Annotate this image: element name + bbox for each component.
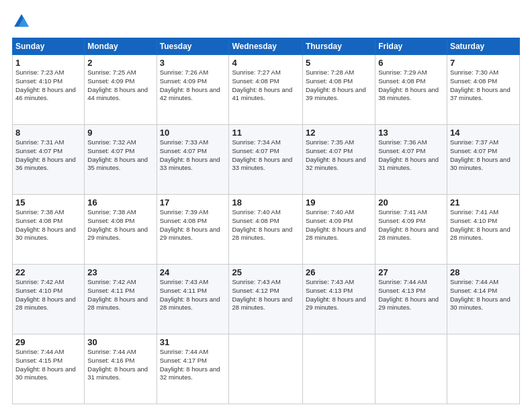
weekday-header-friday: Friday bbox=[375, 38, 447, 55]
day-info: Sunrise: 7:36 AMSunset: 4:07 PMDaylight:… bbox=[378, 138, 439, 171]
day-info: Sunrise: 7:41 AMSunset: 4:09 PMDaylight:… bbox=[378, 208, 439, 241]
calendar-cell: 11 Sunrise: 7:34 AMSunset: 4:07 PMDaylig… bbox=[229, 125, 302, 195]
calendar-cell: 31 Sunrise: 7:44 AMSunset: 4:17 PMDaylig… bbox=[157, 334, 229, 404]
calendar-cell bbox=[447, 334, 519, 404]
calendar-cell: 19 Sunrise: 7:40 AMSunset: 4:09 PMDaylig… bbox=[302, 195, 375, 265]
header bbox=[12, 12, 520, 31]
weekday-header-tuesday: Tuesday bbox=[157, 38, 229, 55]
calendar-cell: 17 Sunrise: 7:39 AMSunset: 4:08 PMDaylig… bbox=[157, 195, 229, 265]
day-info: Sunrise: 7:44 AMSunset: 4:17 PMDaylight:… bbox=[160, 348, 220, 381]
day-info: Sunrise: 7:40 AMSunset: 4:09 PMDaylight:… bbox=[306, 208, 366, 241]
calendar-cell: 25 Sunrise: 7:43 AMSunset: 4:12 PMDaylig… bbox=[229, 265, 302, 334]
day-info: Sunrise: 7:23 AMSunset: 4:10 PMDaylight:… bbox=[15, 68, 76, 101]
weekday-header-wednesday: Wednesday bbox=[229, 38, 302, 55]
day-info: Sunrise: 7:33 AMSunset: 4:07 PMDaylight:… bbox=[160, 138, 220, 171]
day-info: Sunrise: 7:44 AMSunset: 4:14 PMDaylight:… bbox=[450, 278, 511, 311]
day-number: 22 bbox=[15, 267, 81, 277]
calendar-cell: 13 Sunrise: 7:36 AMSunset: 4:07 PMDaylig… bbox=[375, 125, 447, 195]
day-number: 18 bbox=[232, 197, 299, 208]
day-number: 16 bbox=[87, 197, 153, 208]
day-number: 14 bbox=[450, 128, 517, 138]
calendar-cell: 3 Sunrise: 7:26 AMSunset: 4:09 PMDayligh… bbox=[157, 55, 229, 125]
calendar-cell bbox=[375, 334, 447, 404]
day-info: Sunrise: 7:44 AMSunset: 4:16 PMDaylight:… bbox=[87, 348, 148, 381]
day-info: Sunrise: 7:44 AMSunset: 4:13 PMDaylight:… bbox=[378, 278, 439, 311]
calendar: SundayMondayTuesdayWednesdayThursdayFrid… bbox=[12, 38, 520, 404]
day-info: Sunrise: 7:41 AMSunset: 4:10 PMDaylight:… bbox=[450, 208, 511, 241]
day-info: Sunrise: 7:38 AMSunset: 4:08 PMDaylight:… bbox=[87, 208, 148, 241]
day-number: 21 bbox=[450, 197, 517, 208]
page: SundayMondayTuesdayWednesdayThursdayFrid… bbox=[0, 0, 532, 411]
day-number: 8 bbox=[15, 128, 81, 138]
calendar-cell: 22 Sunrise: 7:42 AMSunset: 4:10 PMDaylig… bbox=[13, 265, 85, 334]
calendar-cell: 24 Sunrise: 7:43 AMSunset: 4:11 PMDaylig… bbox=[157, 265, 229, 334]
calendar-cell: 26 Sunrise: 7:43 AMSunset: 4:13 PMDaylig… bbox=[302, 265, 375, 334]
calendar-cell: 15 Sunrise: 7:38 AMSunset: 4:08 PMDaylig… bbox=[13, 195, 85, 265]
day-info: Sunrise: 7:42 AMSunset: 4:11 PMDaylight:… bbox=[87, 278, 148, 311]
day-number: 27 bbox=[378, 267, 444, 277]
day-info: Sunrise: 7:28 AMSunset: 4:08 PMDaylight:… bbox=[306, 68, 366, 101]
week-row-1: 1 Sunrise: 7:23 AMSunset: 4:10 PMDayligh… bbox=[13, 55, 520, 125]
day-info: Sunrise: 7:42 AMSunset: 4:10 PMDaylight:… bbox=[15, 278, 76, 311]
calendar-cell: 30 Sunrise: 7:44 AMSunset: 4:16 PMDaylig… bbox=[85, 334, 157, 404]
day-number: 15 bbox=[15, 197, 81, 208]
calendar-cell: 10 Sunrise: 7:33 AMSunset: 4:07 PMDaylig… bbox=[157, 125, 229, 195]
calendar-cell: 14 Sunrise: 7:37 AMSunset: 4:07 PMDaylig… bbox=[447, 125, 519, 195]
calendar-cell: 28 Sunrise: 7:44 AMSunset: 4:14 PMDaylig… bbox=[447, 265, 519, 334]
calendar-cell: 29 Sunrise: 7:44 AMSunset: 4:15 PMDaylig… bbox=[13, 334, 85, 404]
day-number: 6 bbox=[378, 58, 444, 68]
calendar-cell: 2 Sunrise: 7:25 AMSunset: 4:09 PMDayligh… bbox=[85, 55, 157, 125]
weekday-header-monday: Monday bbox=[85, 38, 157, 55]
day-number: 23 bbox=[87, 267, 153, 277]
logo bbox=[12, 12, 34, 31]
day-info: Sunrise: 7:25 AMSunset: 4:09 PMDaylight:… bbox=[87, 68, 148, 101]
day-number: 30 bbox=[87, 337, 153, 347]
calendar-cell: 23 Sunrise: 7:42 AMSunset: 4:11 PMDaylig… bbox=[85, 265, 157, 334]
day-number: 24 bbox=[160, 267, 226, 277]
week-row-4: 22 Sunrise: 7:42 AMSunset: 4:10 PMDaylig… bbox=[13, 265, 520, 334]
weekday-header-sunday: Sunday bbox=[13, 38, 85, 55]
day-number: 10 bbox=[160, 128, 226, 138]
calendar-cell: 6 Sunrise: 7:29 AMSunset: 4:08 PMDayligh… bbox=[375, 55, 447, 125]
day-number: 2 bbox=[87, 58, 153, 68]
day-number: 11 bbox=[232, 128, 299, 138]
day-info: Sunrise: 7:34 AMSunset: 4:07 PMDaylight:… bbox=[232, 138, 292, 171]
weekday-header-saturday: Saturday bbox=[447, 38, 519, 55]
week-row-2: 8 Sunrise: 7:31 AMSunset: 4:07 PMDayligh… bbox=[13, 125, 520, 195]
day-info: Sunrise: 7:26 AMSunset: 4:09 PMDaylight:… bbox=[160, 68, 220, 101]
day-number: 9 bbox=[87, 128, 153, 138]
calendar-cell bbox=[302, 334, 375, 404]
calendar-cell bbox=[229, 334, 302, 404]
logo-icon bbox=[12, 12, 31, 31]
calendar-cell: 7 Sunrise: 7:30 AMSunset: 4:08 PMDayligh… bbox=[447, 55, 519, 125]
week-row-3: 15 Sunrise: 7:38 AMSunset: 4:08 PMDaylig… bbox=[13, 195, 520, 265]
day-number: 3 bbox=[160, 58, 226, 68]
week-row-5: 29 Sunrise: 7:44 AMSunset: 4:15 PMDaylig… bbox=[13, 334, 520, 404]
calendar-cell: 27 Sunrise: 7:44 AMSunset: 4:13 PMDaylig… bbox=[375, 265, 447, 334]
day-info: Sunrise: 7:38 AMSunset: 4:08 PMDaylight:… bbox=[15, 208, 76, 241]
day-info: Sunrise: 7:43 AMSunset: 4:11 PMDaylight:… bbox=[160, 278, 220, 311]
day-number: 19 bbox=[306, 197, 372, 208]
day-info: Sunrise: 7:27 AMSunset: 4:08 PMDaylight:… bbox=[232, 68, 292, 101]
day-info: Sunrise: 7:43 AMSunset: 4:13 PMDaylight:… bbox=[306, 278, 366, 311]
day-number: 12 bbox=[306, 128, 372, 138]
calendar-cell: 16 Sunrise: 7:38 AMSunset: 4:08 PMDaylig… bbox=[85, 195, 157, 265]
day-info: Sunrise: 7:35 AMSunset: 4:07 PMDaylight:… bbox=[306, 138, 366, 171]
day-info: Sunrise: 7:37 AMSunset: 4:07 PMDaylight:… bbox=[450, 138, 511, 171]
calendar-cell: 12 Sunrise: 7:35 AMSunset: 4:07 PMDaylig… bbox=[302, 125, 375, 195]
day-number: 29 bbox=[15, 337, 81, 347]
day-info: Sunrise: 7:44 AMSunset: 4:15 PMDaylight:… bbox=[15, 348, 76, 381]
weekday-header-thursday: Thursday bbox=[302, 38, 375, 55]
day-number: 7 bbox=[450, 58, 517, 68]
day-info: Sunrise: 7:32 AMSunset: 4:07 PMDaylight:… bbox=[87, 138, 148, 171]
calendar-cell: 4 Sunrise: 7:27 AMSunset: 4:08 PMDayligh… bbox=[229, 55, 302, 125]
calendar-cell: 1 Sunrise: 7:23 AMSunset: 4:10 PMDayligh… bbox=[13, 55, 85, 125]
day-number: 5 bbox=[306, 58, 372, 68]
day-number: 31 bbox=[160, 337, 226, 347]
day-info: Sunrise: 7:31 AMSunset: 4:07 PMDaylight:… bbox=[15, 138, 76, 171]
calendar-cell: 9 Sunrise: 7:32 AMSunset: 4:07 PMDayligh… bbox=[85, 125, 157, 195]
day-info: Sunrise: 7:29 AMSunset: 4:08 PMDaylight:… bbox=[378, 68, 439, 101]
day-info: Sunrise: 7:43 AMSunset: 4:12 PMDaylight:… bbox=[232, 278, 292, 311]
day-info: Sunrise: 7:30 AMSunset: 4:08 PMDaylight:… bbox=[450, 68, 511, 101]
day-number: 20 bbox=[378, 197, 444, 208]
